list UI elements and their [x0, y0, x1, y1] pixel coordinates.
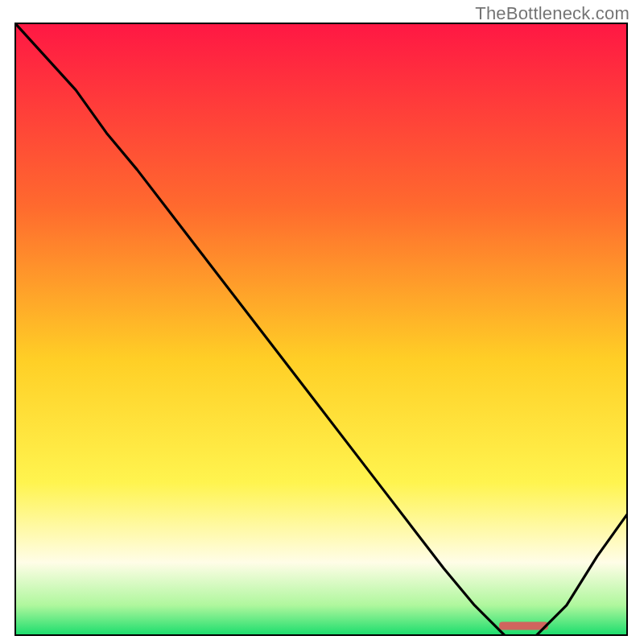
- watermark-text: TheBottleneck.com: [475, 3, 630, 24]
- chart-container: TheBottleneck.com: [0, 0, 644, 644]
- chart-frame: [14, 23, 628, 636]
- chart-svg: [14, 23, 628, 636]
- min-marker: [499, 621, 548, 630]
- gradient-background: [14, 23, 628, 636]
